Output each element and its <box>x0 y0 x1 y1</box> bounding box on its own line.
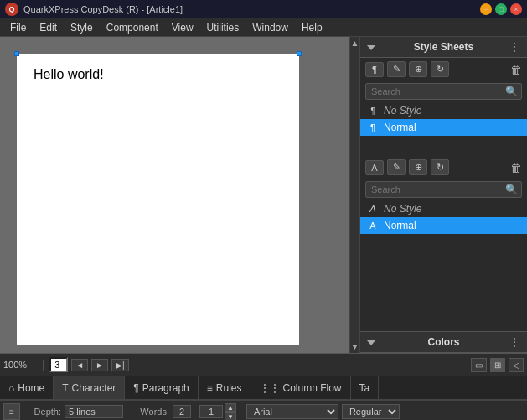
menu-component[interactable]: Component <box>100 20 165 35</box>
count-input[interactable] <box>199 405 223 418</box>
document-text: Hello world! <box>17 54 299 96</box>
next-page-btn[interactable]: ► <box>91 359 108 371</box>
font-selector[interactable]: Arial <box>246 404 338 419</box>
view-collapse-btn[interactable]: ◁ <box>509 358 524 372</box>
paragraph-search-input[interactable] <box>366 85 502 98</box>
tab-ta[interactable]: Ta <box>351 376 380 399</box>
paragraph-normal-icon: ¶ <box>367 122 379 133</box>
props-icon-1: ≡ <box>3 403 20 420</box>
tab-column-flow[interactable]: ⋮⋮ Column Flow <box>251 376 351 399</box>
edit-character-btn[interactable]: ✎ <box>387 159 406 175</box>
tab-rules[interactable]: ≡ Rules <box>199 376 251 399</box>
paragraph-tools: ¶ ✎ ⊕ ↻ 🗑 <box>360 58 527 80</box>
colors-header: Colors ⋮ <box>360 332 527 353</box>
colors-menu-icon[interactable]: ⋮ <box>509 335 520 349</box>
paragraph-normal-label: Normal <box>384 122 416 133</box>
character-no-style-label: No Style <box>384 203 421 215</box>
paragraph-no-style-label: No Style <box>384 105 421 117</box>
paragraph-no-style-icon: ¶ <box>367 105 379 117</box>
tab-character[interactable]: T Character <box>54 376 125 399</box>
delete-character-btn[interactable]: 🗑 <box>510 161 522 174</box>
ta-tab-label: Ta <box>359 382 370 394</box>
character-tab-label: Character <box>72 382 116 394</box>
paragraph-search-icon[interactable]: 🔍 <box>502 84 521 99</box>
style-sheets-toggle-icon[interactable] <box>367 41 379 53</box>
paragraph-style-list: ¶ No Style ¶ Normal <box>360 102 527 153</box>
selection-handle-tl <box>14 51 19 56</box>
canvas-document: Hello world! <box>17 54 299 345</box>
style-sheets-title: Style Sheets <box>414 41 473 53</box>
properties-bar: ≡ Depth: 5 lines Words: 2 ▲ ▼ Arial Regu… <box>0 400 527 420</box>
vertical-scrollbar[interactable]: ▲ ▼ <box>349 37 359 353</box>
tab-bar: ⌂ Home T Character ¶ Paragraph ≡ Rules ⋮… <box>0 376 527 400</box>
duplicate-character-btn[interactable]: ⊕ <box>409 159 427 175</box>
window-title: QuarkXPress CopyDesk (R) - [Article1] <box>23 4 480 14</box>
colors-toggle-icon[interactable] <box>367 336 379 348</box>
character-search-icon[interactable]: 🔍 <box>502 182 521 197</box>
maximize-button[interactable]: □ <box>495 3 507 15</box>
last-page-btn[interactable]: ▶| <box>111 359 129 371</box>
menu-view[interactable]: View <box>165 20 200 35</box>
edit-paragraph-btn[interactable]: ✎ <box>387 61 406 77</box>
character-tab-icon: T <box>62 382 68 394</box>
character-tools: A ✎ ⊕ ↻ 🗑 <box>360 156 527 179</box>
title-bar: Q QuarkXPress CopyDesk (R) - [Article1] … <box>0 0 527 18</box>
home-tab-icon: ⌂ <box>8 382 14 394</box>
colors-title: Colors <box>427 336 459 348</box>
menu-bar: File Edit Style Component View Utilities… <box>0 18 527 37</box>
depth1-label: Depth: <box>23 407 61 417</box>
column-flow-tab-icon: ⋮⋮ <box>260 382 280 394</box>
delete-paragraph-btn[interactable]: 🗑 <box>510 63 522 76</box>
menu-file[interactable]: File <box>3 20 33 35</box>
tab-home[interactable]: ⌂ Home <box>0 376 54 399</box>
zoom-level: 100% <box>3 360 37 370</box>
canvas-area[interactable]: Hello world! <box>0 37 349 353</box>
colors-section: Colors ⋮ <box>360 331 527 353</box>
refresh-paragraph-btn[interactable]: ↻ <box>431 61 449 77</box>
column-flow-tab-label: Column Flow <box>283 382 342 394</box>
refresh-character-btn[interactable]: ↻ <box>431 159 449 175</box>
props-row-1: ≡ Depth: 5 lines Words: 2 ▲ ▼ Arial Regu… <box>3 402 524 420</box>
menu-style[interactable]: Style <box>64 20 100 35</box>
words1-value: 2 <box>173 405 191 418</box>
page-number-input[interactable] <box>49 357 68 372</box>
close-button[interactable]: × <box>510 3 522 15</box>
style-sheets-menu-icon[interactable]: ⋮ <box>509 40 520 54</box>
character-normal-icon: A <box>367 220 379 231</box>
window-controls: − □ × <box>480 3 522 15</box>
character-icon[interactable]: A <box>365 160 384 175</box>
view-normal-btn[interactable]: ▭ <box>471 358 487 372</box>
selection-handle-tr <box>297 51 302 56</box>
count-up-btn[interactable]: ▲ <box>225 403 236 412</box>
font-style-selector[interactable]: Regular <box>342 404 400 419</box>
menu-edit[interactable]: Edit <box>33 20 64 35</box>
app-icon: Q <box>5 3 18 16</box>
style-sheets-panel: Style Sheets ⋮ ¶ ✎ ⊕ ↻ 🗑 🔍 ¶ No Style ¶ … <box>359 37 527 353</box>
duplicate-paragraph-btn[interactable]: ⊕ <box>409 61 427 77</box>
count-arrows: ▲ ▼ <box>225 403 236 421</box>
menu-utilities[interactable]: Utilities <box>200 20 246 35</box>
tab-paragraph[interactable]: ¶ Paragraph <box>125 376 199 399</box>
count-down-btn[interactable]: ▼ <box>225 412 236 421</box>
character-search-row: 🔍 <box>365 181 522 198</box>
paragraph-search-row: 🔍 <box>365 83 522 100</box>
words1-label: Words: <box>132 407 169 417</box>
main-area: Hello world! ▲ ▼ Style Sheets ⋮ ¶ ✎ ⊕ ↻ … <box>0 37 527 353</box>
menu-window[interactable]: Window <box>245 20 295 35</box>
depth1-value: 5 lines <box>65 405 123 418</box>
character-normal-label: Normal <box>384 220 416 231</box>
menu-help[interactable]: Help <box>295 20 329 35</box>
prev-page-btn[interactable]: ◄ <box>71 359 88 371</box>
count-stepper: ▲ ▼ <box>199 403 236 421</box>
character-normal-item[interactable]: A Normal <box>360 217 527 234</box>
character-search-input[interactable] <box>366 183 502 196</box>
paragraph-icon[interactable]: ¶ <box>365 62 384 77</box>
view-layout-btn[interactable]: ⊞ <box>490 358 505 372</box>
character-no-style-item[interactable]: A No Style <box>360 200 527 217</box>
paragraph-no-style-item[interactable]: ¶ No Style <box>360 102 527 119</box>
rules-tab-label: Rules <box>216 382 242 394</box>
character-style-list: A No Style A Normal <box>360 200 527 234</box>
paragraph-normal-item[interactable]: ¶ Normal <box>360 119 527 136</box>
minimize-button[interactable]: − <box>480 3 492 15</box>
character-section: A ✎ ⊕ ↻ 🗑 🔍 A No Style A Normal <box>360 156 527 234</box>
